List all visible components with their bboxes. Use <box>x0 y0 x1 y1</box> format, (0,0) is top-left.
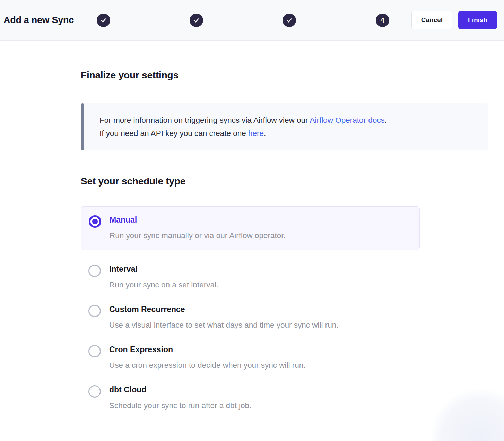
radio-cron-expression[interactable] <box>88 345 101 357</box>
option-description: Use a cron expression to decide when you… <box>109 360 306 371</box>
callout-line-1: For more information on triggering syncs… <box>99 114 480 127</box>
callout-text: If you need an API key you can create on… <box>99 129 248 138</box>
option-description: Use a visual interface to set what days … <box>109 320 339 330</box>
schedule-type-heading: Set your schedule type <box>81 176 504 187</box>
callout-text: . <box>264 129 266 138</box>
wizard-header: Add a new Sync 4 Cancel Finish <box>0 0 504 41</box>
option-cron-expression[interactable]: Cron Expression Use a cron expression to… <box>81 344 420 371</box>
schedule-type-options: Manual Run your sync manually or via our… <box>81 206 420 411</box>
step-number: 4 <box>381 16 384 24</box>
option-label: Custom Recurrence <box>109 304 339 314</box>
airflow-operator-docs-link[interactable]: Airflow Operator docs <box>310 116 385 124</box>
create-api-key-link[interactable]: here <box>248 129 264 138</box>
radio-custom-recurrence[interactable] <box>88 305 101 317</box>
step-4-current[interactable]: 4 <box>376 14 389 27</box>
option-dbt-cloud[interactable]: dbt Cloud Schedule your sync to run afte… <box>81 384 420 411</box>
header-actions: Cancel Finish <box>411 11 497 30</box>
callout-text: For more information on triggering syncs… <box>99 116 310 124</box>
step-1-complete[interactable] <box>97 14 110 27</box>
callout-line-2: If you need an API key you can create on… <box>99 127 480 140</box>
step-connector <box>207 20 278 20</box>
option-texts: Manual Run your sync manually or via our… <box>110 215 286 241</box>
check-icon <box>286 17 293 24</box>
option-manual[interactable]: Manual Run your sync manually or via our… <box>81 206 420 250</box>
option-texts: Cron Expression Use a cron expression to… <box>109 344 306 371</box>
callout-accent-bar <box>81 103 84 150</box>
finalize-heading: Finalize your settings <box>81 70 504 81</box>
step-connector <box>114 20 185 20</box>
step-2-complete[interactable] <box>190 14 203 27</box>
callout-text: . <box>385 116 387 124</box>
option-texts: dbt Cloud Schedule your sync to run afte… <box>109 384 251 411</box>
check-icon <box>193 17 200 24</box>
option-description: Run your sync on a set interval. <box>109 280 218 290</box>
radio-manual-selected[interactable] <box>89 215 101 228</box>
option-description: Schedule your sync to run after a dbt jo… <box>109 400 251 411</box>
airflow-info-callout: For more information on triggering syncs… <box>81 103 488 150</box>
option-interval[interactable]: Interval Run your sync on a set interval… <box>81 264 420 290</box>
radio-interval[interactable] <box>88 265 101 277</box>
wizard-stepper: 4 <box>74 14 411 27</box>
check-icon <box>100 17 107 24</box>
step-connector <box>300 20 371 20</box>
main-content: Finalize your settings For more informat… <box>0 70 504 411</box>
radio-dbt-cloud[interactable] <box>88 385 101 398</box>
finish-button[interactable]: Finish <box>458 11 497 30</box>
step-3-complete[interactable] <box>283 14 296 27</box>
option-texts: Custom Recurrence Use a visual interface… <box>109 304 339 330</box>
option-label: dbt Cloud <box>109 384 251 395</box>
option-label: Cron Expression <box>109 344 306 355</box>
option-description: Run your sync manually or via our Airflo… <box>110 231 286 241</box>
option-label: Interval <box>109 264 218 274</box>
option-custom-recurrence[interactable]: Custom Recurrence Use a visual interface… <box>81 304 420 330</box>
page-title: Add a new Sync <box>3 15 74 26</box>
option-texts: Interval Run your sync on a set interval… <box>109 264 218 290</box>
cancel-button[interactable]: Cancel <box>411 11 452 30</box>
option-label: Manual <box>110 215 286 225</box>
